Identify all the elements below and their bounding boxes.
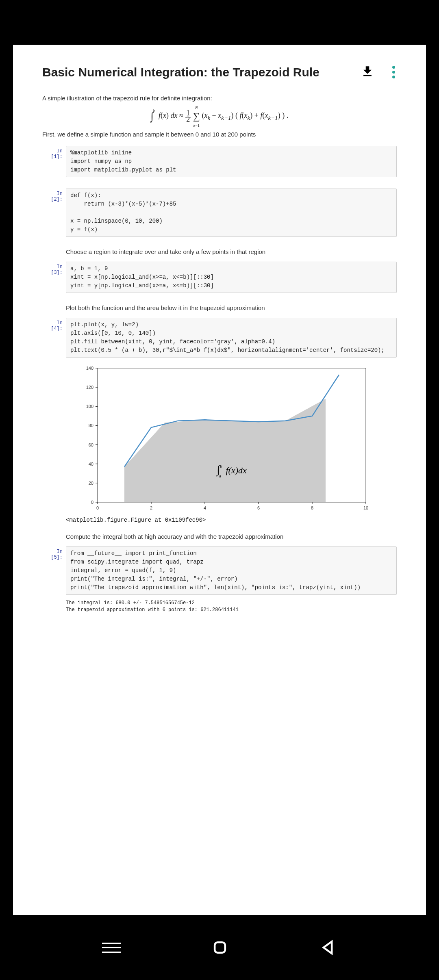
matplotlib-figure: 0246810020406080100120140∫ba f(x)dx xyxy=(77,364,374,514)
header-actions xyxy=(361,64,397,80)
cell-5: In [5]: from __future__ import print_fun… xyxy=(42,546,397,614)
spacer xyxy=(42,304,66,311)
cell-2: In [2]: def f(x): return (x-3)*(x-5)*(x-… xyxy=(42,189,397,237)
cell-1: In [1]: %matplotlib inline import numpy … xyxy=(42,146,397,177)
prompt-5: In [5]: xyxy=(42,546,66,614)
code-input-4[interactable]: plt.plot(x, y, lw=2) plt.axis([0, 10, 0,… xyxy=(66,318,397,358)
svg-text:4: 4 xyxy=(204,505,206,510)
android-nav-bar xyxy=(0,915,439,980)
figure-repr: <matplotlib.figure.Figure at 0x1109fec90… xyxy=(66,517,397,523)
prompt-2: In [2]: xyxy=(42,189,66,237)
svg-text:10: 10 xyxy=(363,505,368,510)
code-input-2[interactable]: def f(x): return (x-3)*(x-5)*(x-7)+85 x … xyxy=(66,189,397,237)
spacer xyxy=(42,248,66,255)
stdout-5: The integral is: 680.0 +/- 7.54951656745… xyxy=(66,600,397,614)
svg-text:40: 40 xyxy=(89,462,93,466)
cell-5-block: from __future__ import print_function fr… xyxy=(66,546,397,614)
svg-text:2: 2 xyxy=(150,505,152,510)
download-icon[interactable] xyxy=(361,65,374,80)
markdown-5: Compute the integral both at high accura… xyxy=(42,533,397,540)
markdown-4: Plot both the function and the area belo… xyxy=(42,304,397,311)
prompt-1: In [1]: xyxy=(42,146,66,177)
spacer xyxy=(42,533,66,540)
text-5: Compute the integral both at high accura… xyxy=(66,533,283,540)
code-input-5[interactable]: from __future__ import print_function fr… xyxy=(66,546,397,595)
cell-4: In [4]: plt.plot(x, y, lw=2) plt.axis([0… xyxy=(42,318,397,523)
svg-text:0: 0 xyxy=(96,505,99,510)
markdown-3: Choose a region to integrate over and ta… xyxy=(42,248,397,255)
back-button[interactable] xyxy=(319,939,337,956)
prompt-3: In [3]: xyxy=(42,262,66,293)
home-button[interactable] xyxy=(211,939,229,956)
page-title: Basic Numerical Integration: the Trapezo… xyxy=(42,65,319,79)
svg-text:120: 120 xyxy=(86,385,93,390)
svg-text:6: 6 xyxy=(257,505,260,510)
svg-text:80: 80 xyxy=(89,423,93,428)
cell-4-block: plt.plot(x, y, lw=2) plt.axis([0, 10, 0,… xyxy=(66,318,397,523)
svg-text:100: 100 xyxy=(86,404,93,409)
cell-3: In [3]: a, b = 1, 9 xint = x[np.logical_… xyxy=(42,262,397,293)
svg-text:60: 60 xyxy=(89,442,93,447)
plot-output: 0246810020406080100120140∫ba f(x)dx xyxy=(77,364,397,514)
more-options-icon[interactable] xyxy=(391,64,397,80)
notebook-page: Basic Numerical Integration: the Trapezo… xyxy=(13,45,426,915)
text-4: Plot both the function and the area belo… xyxy=(66,304,265,311)
text-2: First, we define a simple function and s… xyxy=(42,131,397,138)
code-input-1[interactable]: %matplotlib inline import numpy as np im… xyxy=(66,146,397,177)
intro-text: A simple illustration of the trapezoid r… xyxy=(42,95,397,102)
header-row: Basic Numerical Integration: the Trapezo… xyxy=(42,64,397,80)
recent-apps-button[interactable] xyxy=(102,943,121,953)
status-bar xyxy=(0,0,439,45)
svg-text:8: 8 xyxy=(311,505,313,510)
svg-rect-30 xyxy=(215,942,225,953)
code-input-3[interactable]: a, b = 1, 9 xint = x[np.logical_and(x>=a… xyxy=(66,262,397,293)
prompt-4: In [4]: xyxy=(42,318,66,523)
svg-text:140: 140 xyxy=(86,366,93,371)
formula: ∫ba f(x) dx ≈ 12 N∑k=1 (xk − xk−1) ( f(x… xyxy=(42,110,397,123)
text-3: Choose a region to integrate over and ta… xyxy=(66,248,265,255)
svg-text:20: 20 xyxy=(89,481,93,486)
svg-text:0: 0 xyxy=(91,500,93,505)
